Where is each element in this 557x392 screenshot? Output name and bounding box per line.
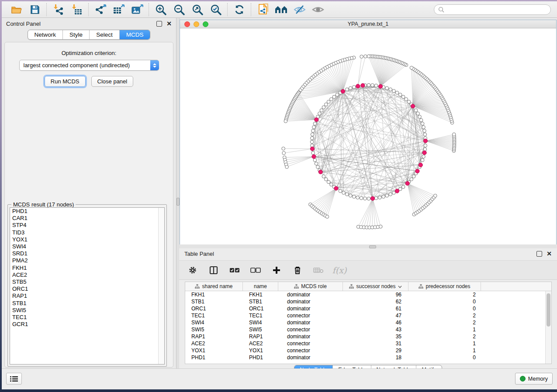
graph-node[interactable] [285, 165, 289, 169]
graph-node[interactable] [374, 196, 378, 200]
graph-node[interactable] [361, 83, 365, 87]
graph-node[interactable] [385, 86, 389, 90]
table-cell[interactable]: 61 [343, 306, 408, 312]
graph-node[interactable] [360, 196, 363, 200]
table-row[interactable]: FKH1FKH1dominator962 [185, 291, 551, 298]
export-table-button[interactable] [113, 3, 125, 16]
table-cell[interactable]: dominator [278, 292, 343, 298]
export-network-button[interactable] [94, 3, 107, 16]
table-cell[interactable]: connector [278, 340, 343, 347]
table-cell[interactable]: 2 [408, 313, 481, 319]
graph-node[interactable] [392, 89, 396, 93]
graph-node[interactable] [411, 104, 415, 108]
table-cell[interactable]: YOX1 [185, 347, 243, 354]
table-cell[interactable]: dominator [278, 334, 343, 340]
table-row[interactable]: RAP1RAP1dominator352 [185, 333, 551, 340]
graph-node[interactable] [401, 95, 405, 99]
table-row[interactable]: STB1STB1dominator620 [185, 298, 551, 305]
graph-node[interactable] [316, 165, 320, 169]
table-cell[interactable]: SWI4 [185, 320, 243, 326]
import-network-button[interactable] [52, 3, 65, 16]
graph-node[interactable] [374, 84, 378, 87]
result-list-item[interactable]: TID3 [10, 229, 164, 236]
table-cell[interactable]: 29 [343, 347, 408, 354]
graph-node[interactable] [329, 183, 333, 186]
table-row[interactable]: SWI5SWI5connector431 [185, 326, 551, 333]
graph-node[interactable] [313, 122, 317, 125]
graph-node[interactable] [382, 195, 385, 199]
graph-node[interactable] [422, 151, 426, 155]
result-list-item[interactable]: PMA2 [10, 257, 164, 264]
table-cell[interactable]: PHD1 [185, 354, 243, 361]
graph-node[interactable] [349, 194, 352, 197]
graph-node[interactable] [424, 144, 427, 148]
graph-node[interactable] [367, 83, 370, 87]
first-neighbors-button[interactable] [275, 3, 287, 16]
graph-node[interactable] [363, 197, 367, 200]
graph-node[interactable] [342, 191, 346, 195]
graph-node[interactable] [405, 181, 409, 185]
table-cell[interactable]: connector [278, 313, 343, 319]
table-cell[interactable]: SWI5 [243, 327, 278, 333]
result-list-item[interactable]: FKH1 [10, 265, 164, 272]
table-cell[interactable]: 31 [343, 340, 408, 347]
graph-node[interactable] [423, 139, 427, 143]
horizontal-splitter[interactable] [180, 244, 557, 248]
graph-node[interactable] [370, 196, 374, 200]
column-header-mcds-role[interactable]: MCDS role [278, 282, 343, 291]
result-list-item[interactable]: STB1 [10, 300, 164, 307]
graph-node[interactable] [327, 180, 330, 184]
result-list-item[interactable]: CAR1 [10, 215, 164, 222]
graph-node[interactable] [422, 155, 426, 158]
table-cell[interactable]: STB1 [185, 299, 243, 305]
mcds-result-list[interactable]: PHD1CAR1STP4TID3YOX1SWI4SRD1PMA2FKH1ACE2… [10, 207, 165, 364]
zoom-selected-button[interactable] [210, 3, 222, 16]
graph-node[interactable] [367, 197, 370, 200]
graph-node[interactable] [405, 97, 408, 101]
import-table-button[interactable] [71, 3, 83, 16]
graph-node[interactable] [410, 66, 413, 69]
zoom-out-button[interactable] [173, 3, 185, 16]
save-session-button[interactable] [29, 3, 41, 16]
graph-node[interactable] [320, 109, 323, 112]
graph-node[interactable] [371, 83, 374, 87]
table-cell[interactable]: TEC1 [185, 313, 243, 319]
table-scrollbar[interactable] [545, 291, 551, 364]
graph-node[interactable] [313, 158, 317, 162]
graph-node[interactable] [353, 195, 356, 199]
graph-node[interactable] [315, 118, 318, 122]
table-cell[interactable]: 46 [343, 320, 408, 326]
table-cell[interactable]: 2 [408, 320, 481, 326]
network-canvas[interactable] [180, 28, 556, 244]
graph-node[interactable] [329, 97, 333, 101]
table-cell[interactable]: SWI5 [185, 327, 243, 333]
result-list-item[interactable]: TEC1 [10, 314, 164, 321]
table-cell[interactable]: dominator [278, 320, 343, 326]
graph-node[interactable] [318, 112, 322, 115]
table-row[interactable]: ORC1ORC1dominator610 [185, 305, 551, 312]
result-list-scrollbar[interactable] [158, 208, 164, 364]
graph-node[interactable] [423, 148, 427, 151]
table-cell[interactable]: PHD1 [243, 354, 278, 361]
table-cell[interactable]: 47 [343, 313, 408, 319]
search-box[interactable] [434, 4, 551, 15]
network-from-file-button[interactable] [257, 3, 269, 16]
graph-node[interactable] [423, 129, 426, 133]
result-list-item[interactable]: ORC1 [10, 285, 164, 292]
table-cell[interactable]: RAP1 [243, 334, 278, 340]
open-file-button[interactable] [10, 3, 23, 16]
graph-node[interactable] [349, 86, 352, 90]
table-row[interactable]: ACE2ACE2connector311 [185, 340, 551, 347]
splitter-handle[interactable] [369, 245, 376, 248]
table-cell[interactable]: 0 [408, 299, 481, 305]
result-list-item[interactable]: RAP1 [10, 292, 164, 299]
graph-node[interactable] [364, 55, 367, 58]
table-cell[interactable]: STB1 [243, 299, 278, 305]
table-cell[interactable]: 43 [343, 327, 408, 333]
graph-node[interactable] [419, 163, 422, 167]
result-list-item[interactable]: GCR1 [10, 321, 164, 328]
graph-node[interactable] [324, 103, 328, 106]
graph-node[interactable] [312, 126, 316, 129]
table-cell[interactable]: 0 [408, 354, 481, 361]
graph-node[interactable] [311, 151, 315, 155]
